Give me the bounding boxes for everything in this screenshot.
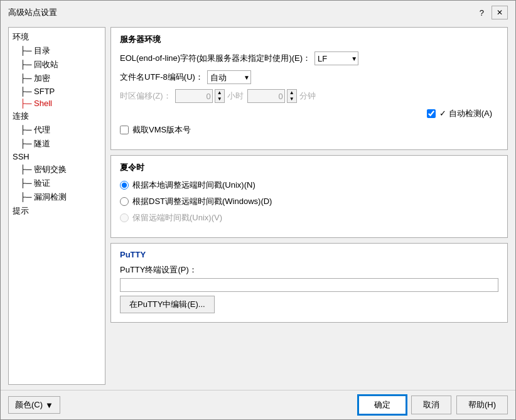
timezone-hours-up: ▲	[215, 90, 224, 96]
putty-title: PuTTY	[120, 250, 498, 259]
auto-detect-label: ✓ 自动检测(A)	[439, 108, 492, 119]
encoding-row: 文件名UTF-8编码(U)： 自动 开启 关闭 ▼	[120, 70, 498, 84]
close-button[interactable]: ✕	[492, 6, 508, 19]
server-env-section: 服务器环境 EOL(end-of-line)字符(如果服务器未指定时使用)(E)…	[110, 27, 508, 150]
sidebar-item-ssh[interactable]: SSH	[9, 151, 105, 163]
timezone-hours-down: ▼	[215, 96, 224, 102]
advanced-site-settings-dialog: 高级站点设置 ? ✕ 环境├─ 目录├─ 回收站├─ 加密├─ SFTP├─ S…	[0, 0, 516, 420]
eol-select-wrapper: LF CR/LF CR ▼	[314, 51, 358, 65]
eol-label: EOL(end-of-line)字符(如果服务器未指定时使用)(E)：	[120, 53, 311, 64]
auto-detect-checkbox[interactable]	[427, 109, 436, 118]
cancel-button[interactable]: 取消	[411, 396, 451, 414]
sidebar-item-kex[interactable]: ├─ 密钥交换	[9, 163, 105, 176]
timezone-minutes-input	[247, 89, 285, 103]
sidebar-item-env[interactable]: 环境	[9, 30, 105, 44]
encoding-select[interactable]: 自动 开启 关闭	[207, 70, 251, 84]
color-button[interactable]: 颜色(C) ▼	[8, 396, 60, 414]
help-icon[interactable]: ?	[480, 8, 484, 18]
title-bar-buttons: ? ✕	[480, 6, 508, 19]
footer-left: 颜色(C) ▼	[8, 396, 60, 414]
eol-select[interactable]: LF CR/LF CR	[314, 51, 358, 65]
sidebar-item-shell[interactable]: ├─ Shell	[9, 97, 105, 109]
sidebar-item-auth[interactable]: ├─ 验证	[9, 176, 105, 190]
dialog-title: 高级站点设置	[8, 7, 57, 18]
timezone-hours-input	[175, 89, 213, 103]
sidebar: 环境├─ 目录├─ 回收站├─ 加密├─ SFTP├─ Shell连接├─ 代理…	[8, 27, 105, 385]
main-panel: 服务器环境 EOL(end-of-line)字符(如果服务器未指定时使用)(E)…	[110, 27, 508, 385]
sidebar-item-dir[interactable]: ├─ 目录	[9, 44, 105, 58]
title-bar: 高级站点设置 ? ✕	[1, 1, 515, 22]
help-button[interactable]: 帮助(H)	[456, 396, 508, 414]
sidebar-item-bugs[interactable]: ├─ 漏洞检测	[9, 190, 105, 204]
timezone-minutes-down: ▼	[288, 96, 296, 102]
timezone-hours-arrows: ▲ ▼	[215, 89, 225, 103]
timezone-minutes-group: ▲ ▼ 分钟	[247, 89, 316, 103]
dst-section: 夏令时 根据本地调整远端时间戳(Unix)(N) 根据DST调整远端时间戳(Wi…	[110, 155, 508, 238]
sidebar-item-conn[interactable]: 连接	[9, 109, 105, 123]
dst-radio1[interactable]	[120, 181, 129, 190]
putty-edit-button[interactable]: 在PuTTY中编辑(E)...	[120, 296, 215, 313]
dialog-footer: 颜色(C) ▼ 确定 取消 帮助(H)	[1, 390, 515, 419]
footer-right: 确定 取消 帮助(H)	[358, 396, 508, 414]
server-env-title: 服务器环境	[120, 34, 498, 45]
dst-radio3	[120, 213, 129, 222]
dst-radio2[interactable]	[120, 197, 129, 206]
sidebar-item-tunnel[interactable]: ├─ 隧道	[9, 137, 105, 151]
color-label: 颜色(C)	[15, 399, 43, 411]
timezone-minutes-arrows: ▲ ▼	[287, 89, 297, 103]
timezone-hours-group: ▲ ▼ 小时	[175, 89, 244, 103]
vms-checkbox[interactable]	[120, 126, 129, 134]
dst-radio1-label: 根据本地调整远端时间戳(Unix)(N)	[132, 180, 255, 191]
sidebar-item-encrypt[interactable]: ├─ 加密	[9, 72, 105, 85]
sidebar-item-tips[interactable]: 提示	[9, 204, 105, 218]
vms-label: 截取VMS版本号	[132, 124, 191, 136]
dst-radio1-row: 根据本地调整远端时间戳(Unix)(N)	[120, 180, 498, 191]
putty-input[interactable]	[120, 278, 498, 292]
eol-row: EOL(end-of-line)字符(如果服务器未指定时使用)(E)： LF C…	[120, 51, 498, 65]
vms-row: 截取VMS版本号	[120, 124, 498, 136]
ok-button[interactable]: 确定	[358, 396, 406, 414]
color-dropdown-arrow: ▼	[45, 401, 53, 410]
timezone-minutes-up: ▲	[288, 90, 296, 96]
sidebar-item-proxy[interactable]: ├─ 代理	[9, 123, 105, 137]
putty-label: PuTTY终端设置(P)：	[120, 264, 498, 276]
timezone-hours-unit: 小时	[227, 90, 244, 102]
encoding-label: 文件名UTF-8编码(U)：	[120, 72, 203, 83]
encoding-select-wrapper: 自动 开启 关闭 ▼	[207, 70, 251, 84]
dst-title: 夏令时	[120, 162, 498, 173]
timezone-minutes-unit: 分钟	[299, 90, 316, 102]
timezone-row: 时区偏移(Z)： ▲ ▼ 小时 ▲ ▼	[120, 89, 498, 103]
timezone-label: 时区偏移(Z)：	[120, 90, 171, 102]
dst-radio3-label: 保留远端时间戳(Unix)(V)	[132, 212, 222, 223]
putty-section: PuTTY PuTTY终端设置(P)： 在PuTTY中编辑(E)...	[110, 243, 508, 323]
dst-radio2-label: 根据DST调整远端时间戳(Windows)(D)	[132, 196, 272, 207]
sidebar-item-sftp[interactable]: ├─ SFTP	[9, 85, 105, 97]
dst-radio3-row: 保留远端时间戳(Unix)(V)	[120, 212, 498, 223]
dialog-body: 环境├─ 目录├─ 回收站├─ 加密├─ SFTP├─ Shell连接├─ 代理…	[1, 22, 515, 390]
dst-radio2-row: 根据DST调整远端时间戳(Windows)(D)	[120, 196, 498, 207]
sidebar-item-recycle[interactable]: ├─ 回收站	[9, 58, 105, 72]
auto-detect-row: ✓ 自动检测(A)	[120, 108, 492, 119]
